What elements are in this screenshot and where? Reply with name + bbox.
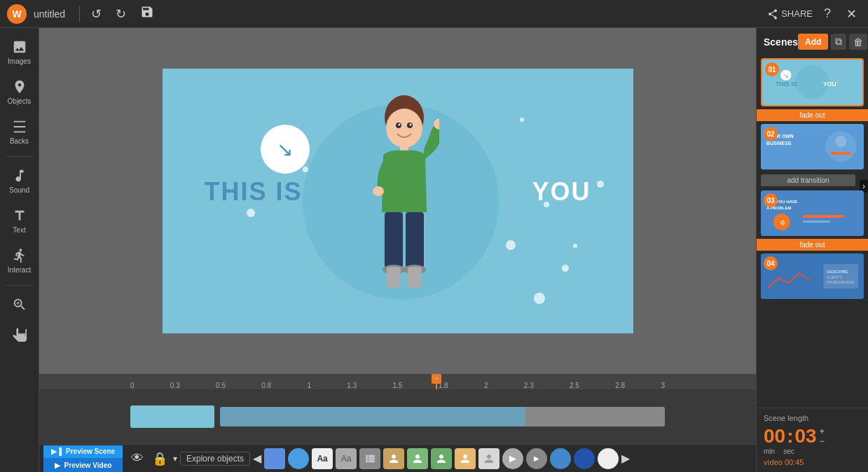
undo-button[interactable]: ↺ <box>87 5 106 23</box>
scene-card-1[interactable]: 01 THIS IS YOU ↘ <box>761 58 864 106</box>
topbar-right: SHARE ? ✕ <box>767 5 861 23</box>
scenes-actions: Add ⧉ 🗑 <box>798 34 867 50</box>
toolbar-shape-white-circle[interactable] <box>598 448 619 469</box>
scene-card-4[interactable]: 04 DESCRIBE CLIENT'S PROBLEM HERE <box>761 254 864 299</box>
ruler-mark: 0.8 <box>261 382 271 389</box>
duplicate-scene-button[interactable]: ⧉ <box>831 34 846 50</box>
dot <box>562 265 569 272</box>
ruler-marks: 0 0.3 0.5 0.8 1 1.3 1.5 1.8 2 2.3 2.5 2.… <box>130 382 665 389</box>
toolbar-right-nav[interactable]: ▶ <box>621 452 630 465</box>
add-scene-button[interactable]: Add <box>798 34 828 50</box>
canvas-wrapper[interactable]: ↘ <box>39 28 756 374</box>
hand-tool-button[interactable] <box>1 321 38 347</box>
scene-card-3[interactable]: 03 BUT YOU HAVE A PROBLEM ⚙ <box>761 190 864 236</box>
redo-button[interactable]: ↻ <box>111 5 130 23</box>
sidebar-item-text[interactable]: Text <box>1 202 38 240</box>
ruler-mark: 2 <box>484 382 488 389</box>
scenes-header: Scenes Add ⧉ 🗑 <box>757 28 868 55</box>
svg-point-8 <box>373 186 384 196</box>
toolbar-shape-person3[interactable] <box>431 448 452 469</box>
svg-text:THIS IS: THIS IS <box>776 81 797 88</box>
preview-video-button[interactable]: ▶ Preview Vídeo <box>43 459 123 472</box>
dot <box>573 244 577 248</box>
ruler-mark: 1.5 <box>393 382 403 389</box>
svg-point-26 <box>835 136 846 147</box>
toolbar-shape-person1[interactable] <box>383 448 404 469</box>
topbar-divider <box>79 6 80 22</box>
toolbar-shape-gray[interactable] <box>359 448 380 469</box>
toolbar-text-aa1[interactable]: Aa <box>312 448 333 469</box>
save-button[interactable] <box>136 4 158 24</box>
svg-rect-9 <box>385 212 403 268</box>
zoom-button[interactable] <box>1 291 38 318</box>
scene-character <box>369 83 439 328</box>
sidebar-item-interact[interactable]: Interact <box>1 242 38 279</box>
toolbar-left-nav[interactable]: ◀ <box>253 452 261 465</box>
scene-transition-3[interactable]: fade out <box>757 239 868 251</box>
toolbar-shape-arrow2[interactable]: ▶ <box>526 448 547 469</box>
scene-length-time: 00:03 <box>764 425 817 447</box>
lock-button[interactable]: 🔒 <box>149 450 170 468</box>
scene-length-decrease[interactable]: − <box>820 437 825 445</box>
scene-number-2: 02 <box>764 127 778 141</box>
dot <box>247 209 255 217</box>
svg-rect-25 <box>830 152 851 155</box>
eye-button[interactable]: 👁 <box>128 450 146 467</box>
toolbar-shape-circle[interactable] <box>288 448 309 469</box>
close-button[interactable]: ✕ <box>842 5 861 23</box>
svg-rect-33 <box>803 221 831 223</box>
timeline-ruler: 0 0.3 0.5 0.8 1 1.3 1.5 1.8 2 2.3 2.5 2.… <box>39 374 756 389</box>
sidebar-item-images[interactable]: Images <box>1 34 38 71</box>
scene-card-2[interactable]: 02 YOUR OWN BUSINESS <box>761 124 864 169</box>
preview-buttons: ▶▐ Preview Scene ▶ Preview Vídeo <box>43 445 123 472</box>
toolbar-shape-blue-rect[interactable] <box>264 448 285 469</box>
svg-text:PROBLEM HERE: PROBLEM HERE <box>827 281 855 284</box>
scene-length-unit: min sec <box>764 447 861 455</box>
ruler-mark: 1.3 <box>347 382 357 389</box>
scene-number-4: 04 <box>764 256 778 270</box>
delete-scene-button[interactable]: 🗑 <box>849 34 867 50</box>
svg-text:↘: ↘ <box>784 73 789 79</box>
lock-dropdown[interactable]: ▾ <box>173 454 177 464</box>
add-transition-button-2[interactable]: add transition <box>761 174 855 186</box>
toolbar-shape-person2[interactable] <box>407 448 428 469</box>
preview-scene-button[interactable]: ▶▐ Preview Scene <box>43 445 123 459</box>
scenes-label: Scenes <box>764 36 798 48</box>
svg-rect-10 <box>406 212 424 268</box>
ruler-mark: 0.3 <box>170 382 180 389</box>
sidebar-item-objects[interactable]: Objects <box>1 74 38 111</box>
explore-objects-button[interactable]: Explore objects <box>180 452 250 466</box>
dot <box>597 181 604 188</box>
left-sidebar: Images Objects Backs Sound Text Interact <box>0 28 39 472</box>
toolbar-shape-light[interactable] <box>478 448 500 469</box>
toolbar-shape-dark-circle[interactable] <box>574 448 595 469</box>
bottom-toolbar: ▶▐ Preview Scene ▶ Preview Vídeo 👁 🔒 ▾ E… <box>39 444 756 472</box>
svg-rect-32 <box>803 215 845 218</box>
svg-text:CLIENT'S: CLIENT'S <box>827 276 843 279</box>
svg-point-1 <box>386 109 422 148</box>
toolbar-shape-blue-circle[interactable] <box>550 448 571 469</box>
ruler-mark: 1 <box>307 382 311 389</box>
toolbar-shape-arrow[interactable]: ▶ <box>502 448 523 469</box>
scene-length-label: Scene length <box>764 414 861 422</box>
topbar-actions: ↺ ↻ <box>87 4 158 24</box>
app-logo: W <box>7 4 27 24</box>
scene-text-left: THIS IS <box>205 177 303 207</box>
track-bar[interactable] <box>220 407 665 426</box>
help-button[interactable]: ? <box>820 5 835 22</box>
sidebar-divider2 <box>6 285 34 286</box>
main-area: Images Objects Backs Sound Text Interact <box>0 28 868 472</box>
svg-text:BUSINESS: BUSINESS <box>766 141 792 146</box>
scene-transition-1[interactable]: fade out <box>757 109 868 121</box>
svg-text:YOU: YOU <box>823 81 836 88</box>
dot <box>303 167 308 172</box>
playhead-handle[interactable]: ▼ <box>432 374 441 384</box>
toolbar-shape-person4[interactable] <box>455 448 476 469</box>
scene-length-increase[interactable]: + <box>820 427 825 436</box>
sidebar-item-backs[interactable]: Backs <box>1 113 38 151</box>
toolbar-text-aa2[interactable]: Aa <box>336 448 357 469</box>
scene-text-right: YOU <box>532 177 591 207</box>
ruler-mark: 0 <box>130 382 135 389</box>
sidebar-item-sound[interactable]: Sound <box>1 162 38 200</box>
share-button[interactable]: SHARE <box>767 8 813 20</box>
